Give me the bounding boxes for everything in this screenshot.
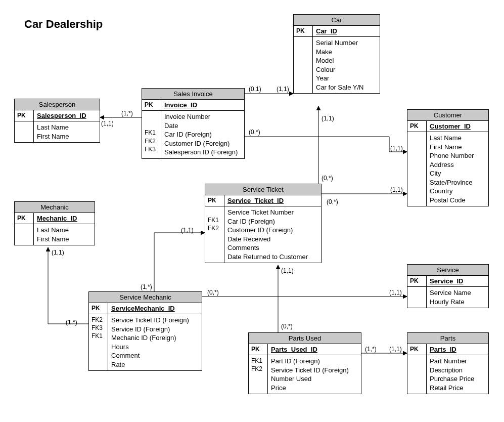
card-label: (1,*) [121, 110, 133, 117]
pk-label: PK [15, 213, 34, 224]
fk-col: FK2FK3FK1 [89, 314, 108, 370]
pk-label: PK [407, 344, 427, 355]
entity-mechanic: Mechanic PK Mechanic_ID Last NameFirst N… [14, 201, 95, 245]
pk-name: Car_ID [316, 27, 337, 35]
card-label: (1,*) [66, 319, 77, 326]
card-label: (0,1) [249, 86, 261, 93]
pk-label: PK [205, 195, 224, 206]
entity-header: Car [294, 15, 380, 26]
card-label: (1,1) [390, 186, 403, 193]
attr-list: Last NameFirst Name [34, 224, 95, 245]
fk-col [407, 287, 427, 308]
entity-header: Sales Invoice [142, 89, 244, 100]
card-label: (1,1) [390, 145, 403, 152]
card-label: (1,1) [322, 115, 334, 122]
attr-list: Last NameFirst Name [34, 121, 100, 142]
fk-col: FK1FK2 [205, 206, 224, 263]
attr-list: Service Ticket ID (Foreign)Service ID (F… [108, 314, 202, 370]
card-label: (0,*) [327, 198, 338, 205]
card-label: (0,*) [281, 323, 293, 330]
entity-service-ticket: Service Ticket PK Service_Ticket_ID FK1F… [205, 184, 322, 263]
entity-header: Mechanic [15, 202, 95, 213]
entity-header: Service [407, 265, 488, 276]
fk-col [407, 355, 427, 394]
fk-col: FK1FK2FK3 [142, 111, 161, 158]
entity-header: Service Ticket [205, 184, 321, 195]
pk-name: Parts_Used_ID [271, 346, 317, 353]
entity-car: Car PK Car_ID Serial NumberMakeModelColo… [293, 14, 380, 94]
card-label: (1,1) [389, 346, 402, 353]
fk-col [15, 121, 34, 142]
pk-name: Customer_ID [430, 122, 471, 130]
card-label: (1,1) [181, 227, 194, 234]
fk-col [407, 132, 427, 206]
fk-col [15, 224, 34, 245]
pk-label: PK [294, 26, 313, 36]
card-label: (0,*) [322, 175, 333, 182]
attr-list: Part NumberDescriptionPurchase PriceReta… [427, 355, 488, 394]
pk-label: PK [142, 100, 161, 110]
pk-name: ServiceMechanic_ID [111, 305, 175, 312]
pk-name: Mechanic_ID [37, 215, 77, 222]
card-label: (0,*) [249, 129, 260, 136]
pk-label: PK [249, 344, 268, 355]
entity-header: Customer [407, 110, 488, 121]
attr-list: Service NameHourly Rate [427, 287, 488, 308]
diagram-title: Car Dealership [24, 18, 103, 31]
pk-name: Service_Ticket_ID [227, 197, 284, 204]
attr-list: Serial NumberMakeModelColourYearCar for … [313, 37, 380, 93]
fk-col: FK1FK2 [249, 355, 268, 394]
entity-header: Parts Used [249, 333, 361, 344]
entity-header: Service Mechanic [89, 292, 202, 303]
card-label: (1,1) [52, 249, 64, 256]
pk-label: PK [407, 121, 427, 132]
attr-list: Last NameFirst NamePhone NumberAddressCi… [427, 132, 488, 206]
attr-list: Invoice NumberDateCar ID (Foreign)Custom… [161, 111, 244, 158]
pk-label: PK [89, 303, 108, 314]
entity-parts-used: Parts Used PK Parts_Used_ID FK1FK2 Part … [248, 332, 361, 394]
attr-list: Service Ticket NumberCar ID (Foreign)Cus… [224, 206, 321, 263]
entity-service-mechanic: Service Mechanic PK ServiceMechanic_ID F… [88, 291, 202, 371]
entity-salesperson: Salesperson PK Salesperson_ID Last NameF… [14, 99, 100, 143]
card-label: (1,1) [281, 267, 294, 274]
entity-header: Parts [407, 333, 488, 344]
entity-parts: Parts PK Parts_ID Part NumberDescription… [407, 332, 489, 394]
entity-service: Service PK Service_ID Service NameHourly… [407, 264, 489, 308]
attr-list: Part ID (Foreign)Service Ticket ID (Fore… [268, 355, 361, 394]
entity-sales-invoice: Sales Invoice PK Invoice_ID FK1FK2FK3 In… [142, 88, 245, 159]
card-label: (1,*) [365, 346, 377, 353]
entity-header: Salesperson [15, 99, 100, 110]
pk-name: Salesperson_ID [37, 112, 86, 119]
entity-customer: Customer PK Customer_ID Last NameFirst N… [407, 109, 489, 206]
card-label: (0,*) [207, 289, 219, 296]
pk-name: Invoice_ID [164, 101, 197, 109]
pk-name: Service_ID [430, 277, 464, 285]
card-label: (1,1) [277, 86, 289, 93]
pk-label: PK [407, 276, 427, 286]
card-label: (1,*) [141, 283, 152, 290]
card-label: (1,1) [389, 289, 402, 296]
pk-label: PK [15, 110, 34, 121]
fk-col [294, 37, 313, 93]
card-label: (1,1) [101, 120, 114, 127]
pk-name: Parts_ID [430, 346, 456, 353]
